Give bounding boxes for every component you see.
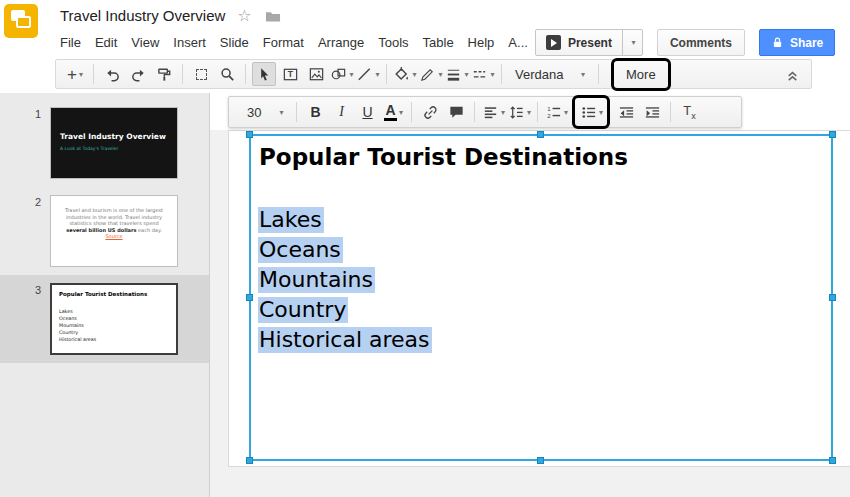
chevron-down-icon: ▾ [501,108,505,117]
present-split-button: Present ▾ [535,29,643,56]
insert-image-button[interactable] [304,62,328,86]
font-family-select[interactable]: Verdana ▾ [507,67,593,82]
list-item: Oceans [258,235,432,265]
bulleted-list-annotation-box: ▾ [577,100,605,124]
menu-slide[interactable]: Slide [213,32,256,53]
chevron-down-icon: ▾ [564,108,568,117]
share-button[interactable]: Share [759,29,835,56]
align-button[interactable]: ▾ [481,100,505,124]
line-spacing-icon [508,104,525,121]
undo-button[interactable] [100,62,124,86]
slide-3-thumbnail[interactable]: Popular Tourist Destinations Lakes Ocean… [50,283,178,355]
bulleted-list-icon [580,104,597,121]
slide-1-thumbnail[interactable]: Travel Industry Overview A Look at Today… [50,107,178,179]
menu-arrange[interactable]: Arrange [311,32,371,53]
italic-button[interactable]: I [329,100,353,124]
slide-title[interactable]: Popular Tourist Destinations [259,144,628,170]
collapse-toolbar-button[interactable] [780,62,804,86]
chevron-down-icon: ▾ [464,70,468,79]
selection-handle[interactable] [829,294,836,301]
line-dash-button[interactable]: ▾ [471,62,495,86]
underline-button[interactable]: U [355,100,379,124]
document-title[interactable]: Travel Industry Overview [60,7,225,24]
line-weight-button[interactable]: ▾ [445,62,469,86]
redo-icon [130,66,147,83]
new-slide-button[interactable]: + ▾ [63,62,87,86]
bold-button[interactable]: B [303,100,327,124]
slide-number: 2 [0,195,50,267]
menu-file[interactable]: File [53,32,88,53]
menu-insert[interactable]: Insert [166,32,213,53]
slide-thumbnail-row-1[interactable]: 1 Travel Industry Overview A Look at Tod… [0,99,209,187]
highlighted-text[interactable]: Historical areas [258,327,432,353]
insert-comment-button[interactable] [444,100,468,124]
redo-button[interactable] [126,62,150,86]
zoom-button[interactable] [215,62,239,86]
line-color-button[interactable]: ▾ [419,62,443,86]
star-icon[interactable]: ☆ [237,8,251,24]
line-tool-button[interactable]: ▾ [356,62,380,86]
bulleted-list-button[interactable]: ▾ [579,100,603,124]
menu-view[interactable]: View [124,32,166,53]
selection-handle[interactable] [537,457,544,464]
highlighted-text[interactable]: Lakes [258,207,324,233]
menu-format[interactable]: Format [256,32,311,53]
chevron-down-icon: ▾ [527,108,531,117]
more-button[interactable]: More [616,63,666,86]
select-tool-button[interactable] [252,62,276,86]
clear-formatting-button[interactable]: Tx [677,100,701,124]
insert-link-button[interactable] [418,100,442,124]
slide-body-list[interactable]: Lakes Oceans Mountains Country Historica… [258,205,432,355]
slides-logo[interactable] [4,4,38,38]
indent-decrease-button[interactable] [614,100,638,124]
highlighted-text[interactable]: Country [258,297,348,323]
indent-increase-button[interactable] [640,100,664,124]
highlighted-text[interactable]: Mountains [258,267,375,293]
chevron-down-icon: ▾ [631,38,635,47]
selection-handle[interactable] [246,131,253,138]
folder-icon[interactable] [264,8,282,23]
comments-button[interactable]: Comments [657,29,745,56]
list-item: Lakes [258,205,432,235]
text-color-button[interactable]: A ▾ [381,100,405,124]
chevron-down-icon: ▾ [490,70,494,79]
separator [598,64,599,84]
fill-color-icon [393,66,410,83]
menu-tools[interactable]: Tools [371,32,415,53]
selection-handle[interactable] [246,457,253,464]
shape-button[interactable]: ▾ [330,62,354,86]
slide-canvas[interactable]: Popular Tourist Destinations Lakes Ocean… [228,130,850,467]
chevron-down-icon: ▾ [349,70,353,79]
slide-thumbnail-row-3-selected[interactable]: 3 Popular Tourist Destinations Lakes Oce… [0,275,209,363]
slide-thumbnail-row-2[interactable]: 2 Travel and tourism is one of the large… [0,187,209,275]
text-box-button[interactable]: T [278,62,302,86]
selection-handle[interactable] [829,131,836,138]
present-dropdown-button[interactable]: ▾ [622,30,642,55]
slide-number: 3 [0,283,50,355]
separator [245,64,246,84]
present-button[interactable]: Present [536,30,622,55]
highlighted-text[interactable]: Oceans [258,237,343,263]
menu-help[interactable]: Help [461,32,502,53]
thumbnail-title: Popular Tourist Destinations [59,291,147,297]
image-icon [308,66,325,83]
slide-2-thumbnail[interactable]: Travel and tourism is one of the largest… [50,195,178,267]
chevron-down-icon: ▾ [438,70,442,79]
selection-handle[interactable] [829,457,836,464]
fill-color-button[interactable]: ▾ [393,62,417,86]
numbered-list-button[interactable]: 12 ▾ [544,100,568,124]
selection-handle[interactable] [537,131,544,138]
chevron-down-icon: ▾ [399,108,403,117]
menu-addons-truncated[interactable]: A... [501,32,535,53]
list-item: Historical areas [258,325,432,355]
chevron-down-icon: ▾ [79,70,83,79]
logo-shape [16,16,31,28]
slides-filmstrip: 1 Travel Industry Overview A Look at Tod… [0,93,210,497]
paint-format-button[interactable] [152,62,176,86]
menu-edit[interactable]: Edit [88,32,124,53]
selection-handle[interactable] [246,294,253,301]
zoom-fit-button[interactable] [189,62,213,86]
line-spacing-button[interactable]: ▾ [507,100,531,124]
font-size-select[interactable]: 30 ▾ [235,105,291,120]
menu-table[interactable]: Table [416,32,461,53]
